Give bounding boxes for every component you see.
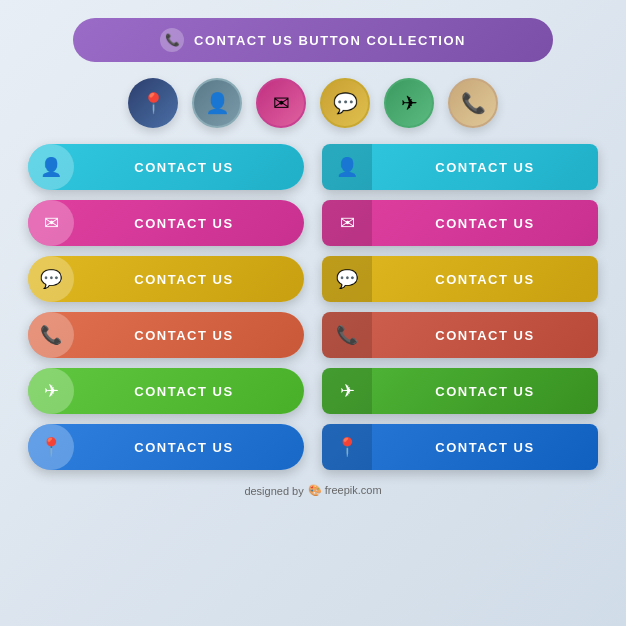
btn-icon-4-right: 📞 — [322, 312, 372, 358]
btn-label-1-right: CONTACT US — [372, 160, 598, 175]
footer-prefix: designed by — [244, 485, 303, 497]
left-contact-button-3[interactable]: 💬 CONTACT US — [28, 256, 304, 302]
btn-icon-5-right: ✈ — [322, 368, 372, 414]
btn-label-6-left: CONTACT US — [74, 440, 304, 455]
header-phone-icon: 📞 — [160, 28, 184, 52]
right-contact-button-2[interactable]: ✉ CONTACT US — [322, 200, 598, 246]
btn-label-6-right: CONTACT US — [372, 440, 598, 455]
right-contact-button-4[interactable]: 📞 CONTACT US — [322, 312, 598, 358]
icon-location: 📍 — [128, 78, 178, 128]
left-contact-button-6[interactable]: 📍 CONTACT US — [28, 424, 304, 470]
btn-label-1-left: CONTACT US — [74, 160, 304, 175]
icon-send: ✈ — [384, 78, 434, 128]
btn-icon-3-right: 💬 — [322, 256, 372, 302]
btn-label-2-right: CONTACT US — [372, 216, 598, 231]
right-contact-button-3[interactable]: 💬 CONTACT US — [322, 256, 598, 302]
header-banner: 📞 CONTACT US BUTTON COLLECTION — [73, 18, 553, 62]
icon-person: 👤 — [192, 78, 242, 128]
btn-label-3-right: CONTACT US — [372, 272, 598, 287]
icon-chat: 💬 — [320, 78, 370, 128]
icon-phone: 📞 — [448, 78, 498, 128]
buttons-grid: 👤 CONTACT US 👤 CONTACT US ✉ CONTACT US ✉… — [28, 144, 598, 470]
btn-icon-3-left: 💬 — [28, 256, 74, 302]
icon-row: 📍👤✉💬✈📞 — [128, 78, 498, 128]
btn-icon-5-left: ✈ — [28, 368, 74, 414]
btn-label-3-left: CONTACT US — [74, 272, 304, 287]
btn-icon-1-right: 👤 — [322, 144, 372, 190]
left-contact-button-5[interactable]: ✈ CONTACT US — [28, 368, 304, 414]
btn-icon-1-left: 👤 — [28, 144, 74, 190]
left-contact-button-4[interactable]: 📞 CONTACT US — [28, 312, 304, 358]
btn-icon-2-left: ✉ — [28, 200, 74, 246]
btn-icon-4-left: 📞 — [28, 312, 74, 358]
btn-icon-2-right: ✉ — [322, 200, 372, 246]
btn-label-2-left: CONTACT US — [74, 216, 304, 231]
btn-icon-6-right: 📍 — [322, 424, 372, 470]
btn-label-4-left: CONTACT US — [74, 328, 304, 343]
btn-icon-6-left: 📍 — [28, 424, 74, 470]
right-contact-button-5[interactable]: ✈ CONTACT US — [322, 368, 598, 414]
right-contact-button-6[interactable]: 📍 CONTACT US — [322, 424, 598, 470]
btn-label-5-right: CONTACT US — [372, 384, 598, 399]
header-title: CONTACT US BUTTON COLLECTION — [194, 33, 466, 48]
left-contact-button-1[interactable]: 👤 CONTACT US — [28, 144, 304, 190]
footer-brand: 🎨 freepik.com — [308, 484, 382, 497]
footer: designed by 🎨 freepik.com — [244, 484, 381, 497]
left-contact-button-2[interactable]: ✉ CONTACT US — [28, 200, 304, 246]
right-contact-button-1[interactable]: 👤 CONTACT US — [322, 144, 598, 190]
icon-mail: ✉ — [256, 78, 306, 128]
btn-label-5-left: CONTACT US — [74, 384, 304, 399]
btn-label-4-right: CONTACT US — [372, 328, 598, 343]
